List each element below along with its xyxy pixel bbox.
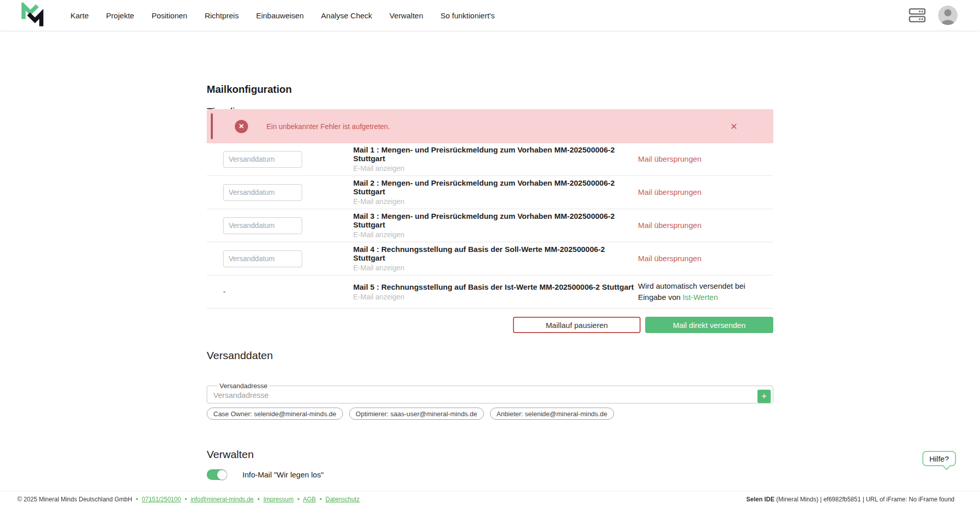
- footer-app-name: Selen IDE: [746, 496, 774, 503]
- footer-link[interactable]: 07151/250100: [142, 496, 181, 503]
- status-text: Mail übersprungen: [638, 188, 701, 196]
- versanddatum-input[interactable]: [223, 184, 302, 201]
- footer-separator: •: [185, 496, 187, 503]
- maillauf-pausieren-button[interactable]: Maillauf pausieren: [513, 317, 641, 333]
- status-cell: Mail übersprungen: [638, 187, 773, 198]
- address-chip[interactable]: Optimierer: saas-user@mineral-minds.de: [349, 408, 484, 420]
- ist-werten-link[interactable]: Ist-Werten: [683, 293, 718, 301]
- footer: © 2025 Mineral Minds Deutschland GmbH • …: [0, 492, 980, 507]
- email-anzeigen-link[interactable]: E-Mail anzeigen: [353, 197, 404, 206]
- footer-link[interactable]: Impressum: [263, 496, 293, 503]
- status-cell: Mail übersprungen: [638, 154, 773, 165]
- status-text: Mail übersprungen: [638, 221, 701, 230]
- alert-message: Ein unbekannter Fehler ist aufgetreten.: [266, 122, 390, 131]
- email-anzeigen-link[interactable]: E-Mail anzeigen: [353, 264, 404, 272]
- info-mail-toggle-row: Info-Mail "Wir legen los": [207, 469, 773, 480]
- status-text: Mail übersprungen: [638, 155, 701, 163]
- nav-item[interactable]: Positionen: [152, 11, 187, 20]
- address-chip[interactable]: Case Owner: selenide@mineral-minds.de: [207, 408, 343, 420]
- versandadresse-label: Versandadresse: [217, 382, 270, 390]
- mailtyp-cell: Mail 1 : Mengen- und Preisrückmeldung zu…: [353, 145, 637, 173]
- mailtyp-cell: Mail 3 : Mengen- und Preisrückmeldung zu…: [353, 212, 637, 239]
- nav-item[interactable]: Karte: [70, 11, 89, 20]
- copyright-text: © 2025 Mineral Minds Deutschland GmbH: [17, 496, 132, 503]
- versanddatum-cell: [207, 250, 352, 267]
- mailtyp-cell: Mail 4 : Rechnungsstellung auf Basis der…: [353, 245, 637, 272]
- versanddatum-cell: [207, 151, 352, 168]
- navbar-right: [909, 6, 958, 25]
- mail-title: Mail 1 : Mengen- und Preisrückmeldung zu…: [353, 145, 637, 163]
- mail-title: Mail 4 : Rechnungsstellung auf Basis der…: [353, 245, 637, 262]
- email-anzeigen-link[interactable]: E-Mail anzeigen: [353, 164, 404, 172]
- footer-link[interactable]: Datenschutz: [326, 496, 360, 503]
- footer-separator: •: [257, 496, 259, 503]
- mineral-minds-logo-icon[interactable]: [19, 3, 46, 28]
- mailtyp-cell: Mail 2 : Mengen- und Preisrückmeldung zu…: [353, 179, 637, 206]
- nav-item[interactable]: Analyse Check: [321, 11, 372, 20]
- footer-link[interactable]: AGB: [303, 496, 316, 503]
- error-alert: ✕ Ein unbekannter Fehler ist aufgetreten…: [207, 109, 773, 143]
- versanddatum-input[interactable]: [223, 250, 302, 267]
- timeline-table: Versanddatum Mailtyp Status Mail 1 : Men…: [207, 129, 773, 309]
- status-cell: Mail übersprungen: [638, 253, 773, 264]
- avatar-head: [944, 9, 951, 16]
- versanddatum-cell: [207, 184, 352, 201]
- versanddatum-input[interactable]: [223, 217, 302, 234]
- footer-meta-text: (Mineral Minds) | ef6982fb5851 | URL of …: [774, 496, 954, 503]
- versanddatum-cell: -: [207, 287, 352, 296]
- footer-separator: •: [136, 496, 138, 503]
- nav-item[interactable]: Verwalten: [389, 11, 423, 20]
- email-anzeigen-link[interactable]: E-Mail anzeigen: [353, 293, 404, 301]
- toggle-knob: [217, 470, 227, 480]
- versanddaten-title: Versanddaten: [207, 349, 773, 362]
- footer-link[interactable]: info@mineral-minds.de: [190, 496, 254, 503]
- mailtyp-cell: Mail 5 : Rechnungsstellung auf Basis der…: [353, 283, 637, 301]
- mail-title: Mail 2 : Mengen- und Preisrückmeldung zu…: [353, 179, 637, 196]
- status-cell: Wird automatisch versendet bei Eingabe v…: [638, 281, 773, 303]
- nav-item[interactable]: So funktioniert's: [440, 11, 495, 20]
- versanddatum-cell: [207, 217, 352, 234]
- nav-item[interactable]: Einbauweisen: [256, 11, 304, 20]
- mail-title: Mail 3 : Mengen- und Preisrückmeldung zu…: [353, 212, 637, 229]
- versanddatum-input[interactable]: [223, 151, 302, 168]
- main-navigation: Karte Projekte Positionen Richtpreis Ein…: [70, 11, 495, 20]
- footer-separator: •: [298, 496, 300, 503]
- table-body: Mail 1 : Mengen- und Preisrückmeldung zu…: [207, 143, 773, 309]
- server-icon[interactable]: [909, 7, 926, 23]
- address-chips: Case Owner: selenide@mineral-minds.de Op…: [207, 408, 773, 420]
- footer-left: © 2025 Mineral Minds Deutschland GmbH • …: [17, 496, 359, 503]
- add-address-button[interactable]: +: [757, 390, 771, 403]
- toggle-label: Info-Mail "Wir legen los": [242, 470, 324, 479]
- page-title: Mailkonfiguration: [207, 84, 773, 95]
- table-row: Mail 2 : Mengen- und Preisrückmeldung zu…: [207, 176, 773, 209]
- nav-item[interactable]: Richtpreis: [205, 11, 239, 20]
- footer-separator: •: [320, 496, 322, 503]
- mail-direkt-versenden-button[interactable]: Mail direkt versenden: [645, 317, 773, 333]
- error-circle-x-icon: ✕: [235, 120, 248, 133]
- timeline-actions: Maillauf pausieren Mail direkt versenden: [207, 317, 773, 333]
- versandadresse-input[interactable]: [213, 391, 752, 399]
- versandadresse-fieldset: Versandadresse +: [207, 382, 773, 403]
- status-text: Wird automatisch versendet bei Eingabe v…: [638, 282, 745, 301]
- status-cell: Mail übersprungen: [638, 220, 773, 231]
- nav-item[interactable]: Projekte: [106, 11, 134, 20]
- close-icon[interactable]: ✕: [730, 122, 738, 131]
- table-row: - Mail 5 : Rechnungsstellung auf Basis d…: [207, 275, 773, 309]
- main-content: ✕ Ein unbekannter Fehler ist aufgetreten…: [207, 84, 773, 480]
- help-button[interactable]: Hilfe?: [922, 451, 956, 466]
- table-row: Mail 4 : Rechnungsstellung auf Basis der…: [207, 242, 773, 275]
- top-navbar: Karte Projekte Positionen Richtpreis Ein…: [0, 0, 980, 31]
- email-anzeigen-link[interactable]: E-Mail anzeigen: [353, 231, 404, 239]
- verwalten-title: Verwalten: [207, 448, 773, 461]
- mail-title: Mail 5 : Rechnungsstellung auf Basis der…: [353, 283, 637, 291]
- no-date-text: -: [223, 287, 226, 296]
- user-avatar-icon[interactable]: [938, 6, 958, 25]
- status-text: Mail übersprungen: [638, 254, 701, 263]
- table-row: Mail 1 : Mengen- und Preisrückmeldung zu…: [207, 143, 773, 176]
- address-chip[interactable]: Anbieter: selenide@mineral-minds.de: [490, 408, 614, 420]
- table-row: Mail 3 : Mengen- und Preisrückmeldung zu…: [207, 209, 773, 242]
- avatar-shoulders: [941, 20, 954, 25]
- info-mail-toggle[interactable]: [207, 469, 227, 480]
- alert-accent-bar: [211, 113, 213, 139]
- footer-right: Selen IDE (Mineral Minds) | ef6982fb5851…: [746, 496, 954, 503]
